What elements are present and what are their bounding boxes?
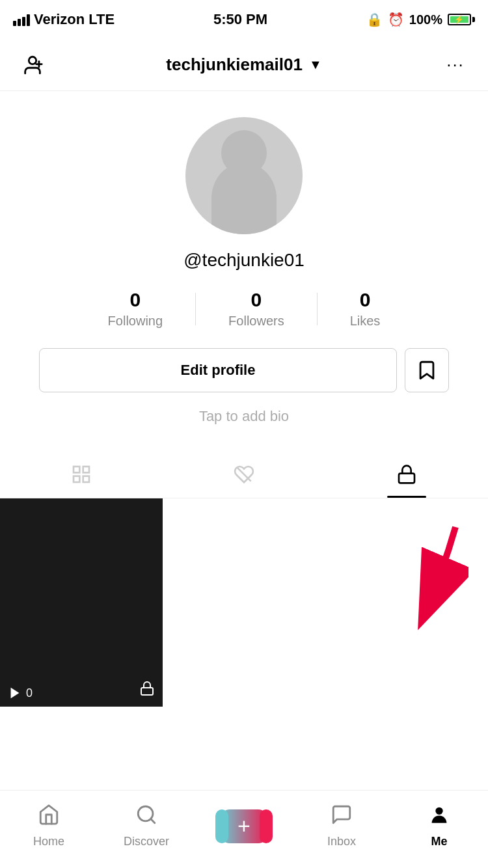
tabs-row xyxy=(0,451,488,498)
svg-line-13 xyxy=(151,819,155,823)
video-play-count: 0 xyxy=(8,686,33,700)
followers-count: 0 xyxy=(251,289,262,311)
stats-row: 0 Following 0 Followers 0 Likes xyxy=(13,289,475,329)
profile-section: @techjunkie01 0 Following 0 Followers 0 … xyxy=(0,91,488,451)
location-icon: 🔒 xyxy=(366,12,383,27)
svg-rect-4 xyxy=(83,467,89,472)
me-icon xyxy=(428,804,450,831)
me-label: Me xyxy=(431,835,447,848)
signal-icon xyxy=(13,13,30,26)
following-count: 0 xyxy=(130,289,141,311)
nav-add[interactable]: + xyxy=(211,809,277,843)
status-left: Verizon LTE xyxy=(13,11,115,28)
discover-label: Discover xyxy=(124,835,169,848)
add-icon: + xyxy=(237,813,251,839)
svg-marker-9 xyxy=(11,688,20,699)
svg-rect-6 xyxy=(83,476,89,482)
edit-profile-button[interactable]: Edit profile xyxy=(39,348,397,392)
avatar-head xyxy=(221,130,267,176)
bottom-nav: Home Discover + Inbox Me xyxy=(0,790,488,868)
status-right: 🔒 ⏰ 100% ⚡ xyxy=(366,12,475,27)
video-thumbnail[interactable]: 0 xyxy=(0,498,163,707)
top-nav: techjunkiemail01 ▼ ··· xyxy=(0,39,488,91)
add-button[interactable]: + xyxy=(221,809,267,843)
nav-inbox[interactable]: Inbox xyxy=(309,804,374,848)
battery-percent: 100% xyxy=(409,12,442,27)
following-label: Following xyxy=(108,314,163,329)
add-user-button[interactable] xyxy=(16,48,49,82)
status-time: 5:50 PM xyxy=(213,11,267,28)
profile-handle: @techjunkie01 xyxy=(183,250,305,271)
bookmark-button[interactable] xyxy=(405,348,449,392)
tab-private[interactable] xyxy=(325,451,488,498)
discover-icon xyxy=(135,804,157,831)
action-buttons-row: Edit profile xyxy=(13,348,475,392)
likes-stat[interactable]: 0 Likes xyxy=(318,289,413,329)
more-options-button[interactable]: ··· xyxy=(439,48,472,82)
nav-home[interactable]: Home xyxy=(16,804,81,848)
liked-icon xyxy=(234,464,254,485)
alarm-icon: ⏰ xyxy=(388,12,404,27)
svg-rect-8 xyxy=(399,474,414,483)
content-grid: 0 xyxy=(0,498,488,707)
tab-liked[interactable] xyxy=(163,451,325,498)
nav-title[interactable]: techjunkiemail01 ▼ xyxy=(166,55,321,75)
battery-bolt-icon: ⚡ xyxy=(454,15,464,24)
following-stat[interactable]: 0 Following xyxy=(75,289,195,329)
grid-icon xyxy=(71,464,92,485)
svg-rect-3 xyxy=(74,467,79,472)
status-bar: Verizon LTE 5:50 PM 🔒 ⏰ 100% ⚡ xyxy=(0,0,488,39)
avatar-body xyxy=(211,163,277,234)
avatar xyxy=(185,117,303,234)
network-text: LTE xyxy=(88,11,115,28)
svg-rect-5 xyxy=(74,476,79,482)
svg-rect-10 xyxy=(141,688,153,695)
nav-discover[interactable]: Discover xyxy=(114,804,179,848)
video-lock-icon xyxy=(139,681,155,700)
bio-placeholder[interactable]: Tap to add bio xyxy=(199,408,289,425)
dropdown-arrow-icon: ▼ xyxy=(309,57,322,72)
svg-point-0 xyxy=(29,57,36,64)
battery-icon: ⚡ xyxy=(448,14,475,25)
play-icon xyxy=(8,686,22,700)
home-icon xyxy=(38,804,60,831)
home-label: Home xyxy=(33,835,64,848)
svg-point-14 xyxy=(435,807,442,815)
inbox-label: Inbox xyxy=(327,835,356,848)
lock-icon xyxy=(396,464,417,485)
account-username: techjunkiemail01 xyxy=(166,55,303,75)
tab-grid[interactable] xyxy=(0,451,163,498)
likes-label: Likes xyxy=(350,314,381,329)
bookmark-icon xyxy=(416,359,438,381)
followers-label: Followers xyxy=(228,314,284,329)
inbox-icon xyxy=(331,804,353,831)
carrier-text: Verizon xyxy=(34,11,85,28)
likes-count: 0 xyxy=(360,289,371,311)
followers-stat[interactable]: 0 Followers xyxy=(196,289,317,329)
nav-me[interactable]: Me xyxy=(407,804,472,848)
